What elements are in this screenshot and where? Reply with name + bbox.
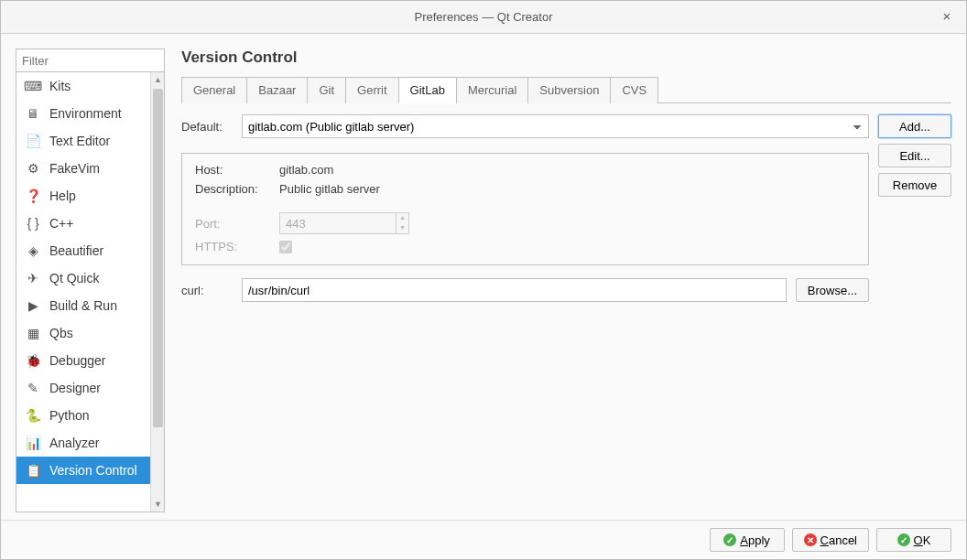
sidebar-item-label: C++ bbox=[49, 216, 73, 231]
tab-bazaar[interactable]: Bazaar bbox=[246, 77, 308, 103]
kits-icon: ⌨ bbox=[26, 79, 40, 93]
version-control-icon: 📋 bbox=[26, 463, 40, 478]
sidebar-item-qt-quick[interactable]: ✈Qt Quick bbox=[16, 264, 150, 292]
sidebar-item-label: Qt Quick bbox=[49, 271, 99, 285]
sidebar-item-help[interactable]: ❓Help bbox=[16, 182, 150, 210]
check-icon: ✓ bbox=[723, 533, 736, 546]
sidebar-item-label: Python bbox=[49, 408, 90, 423]
sidebar-item-build-run[interactable]: ▶Build & Run bbox=[16, 292, 150, 319]
spin-arrows-icon: ▲▼ bbox=[397, 212, 409, 234]
description-label: Description: bbox=[195, 182, 270, 196]
tab-subversion[interactable]: Subversion bbox=[527, 77, 611, 103]
tab-mercurial[interactable]: Mercurial bbox=[456, 77, 528, 103]
designer-icon: ✎ bbox=[26, 381, 40, 395]
sidebar-item-designer[interactable]: ✎Designer bbox=[16, 374, 150, 402]
check-icon: ✓ bbox=[897, 533, 910, 546]
https-checkbox bbox=[279, 241, 292, 253]
edit-button[interactable]: Edit... bbox=[878, 144, 951, 167]
tab-gerrit[interactable]: Gerrit bbox=[345, 77, 399, 103]
remove-button[interactable]: Remove bbox=[878, 173, 951, 197]
page-title: Version Control bbox=[181, 48, 951, 76]
build-run-icon: ▶ bbox=[26, 298, 40, 313]
server-details-group: Host: gitlab.com Description: Public git… bbox=[181, 153, 869, 265]
sidebar-item-label: FakeVim bbox=[49, 161, 100, 176]
fakevim-icon: ⚙ bbox=[26, 161, 40, 176]
add-button[interactable]: Add... bbox=[878, 114, 951, 138]
sidebar-item-environment[interactable]: 🖥Environment bbox=[16, 100, 150, 127]
scroll-thumb[interactable] bbox=[153, 89, 163, 427]
sidebar-item-kits[interactable]: ⌨Kits bbox=[16, 72, 150, 100]
dialog-footer: ✓ Apply ✕ Cancel ✓ OK bbox=[1, 520, 966, 559]
cancel-icon: ✕ bbox=[804, 533, 817, 546]
qt-quick-icon: ✈ bbox=[26, 271, 40, 285]
filter-input[interactable] bbox=[16, 48, 165, 72]
sidebar-item-label: Environment bbox=[49, 106, 122, 121]
qbs-icon: ▦ bbox=[26, 326, 40, 340]
tab-bar: GeneralBazaarGitGerritGitLabMercurialSub… bbox=[181, 76, 951, 103]
port-input bbox=[279, 212, 397, 234]
sidebar: ⌨Kits🖥Environment📄Text Editor⚙FakeVim❓He… bbox=[16, 48, 165, 512]
sidebar-item-label: Analyzer bbox=[49, 436, 99, 450]
help-icon: ❓ bbox=[26, 188, 40, 203]
tab-content-gitlab: Default: gitlab.com (Public gitlab serve… bbox=[181, 103, 951, 512]
default-label: Default: bbox=[181, 120, 233, 134]
sidebar-item-fakevim[interactable]: ⚙FakeVim bbox=[16, 155, 150, 182]
sidebar-item-c-[interactable]: { }C++ bbox=[16, 210, 150, 237]
scrollbar[interactable]: ▲ ▼ bbox=[150, 72, 164, 512]
debugger-icon: 🐞 bbox=[26, 353, 40, 368]
ok-button[interactable]: ✓ OK bbox=[876, 528, 951, 552]
curl-label: curl: bbox=[181, 284, 233, 297]
browse-button[interactable]: Browse... bbox=[796, 278, 869, 302]
sidebar-item-version-control[interactable]: 📋Version Control bbox=[16, 457, 150, 484]
python-icon: 🐍 bbox=[26, 408, 40, 423]
sidebar-item-python[interactable]: 🐍Python bbox=[16, 402, 150, 429]
cancel-button[interactable]: ✕ Cancel bbox=[792, 528, 869, 552]
sidebar-item-qbs[interactable]: ▦Qbs bbox=[16, 319, 150, 347]
sidebar-item-label: Beautifier bbox=[49, 243, 103, 258]
apply-button[interactable]: ✓ Apply bbox=[710, 528, 785, 552]
analyzer-icon: 📊 bbox=[26, 436, 40, 450]
sidebar-item-label: Designer bbox=[49, 381, 101, 395]
c--icon: { } bbox=[26, 216, 40, 231]
scroll-down-icon[interactable]: ▼ bbox=[151, 497, 165, 512]
tab-general[interactable]: General bbox=[181, 77, 247, 103]
default-server-select[interactable]: gitlab.com (Public gitlab server) bbox=[242, 114, 869, 138]
sidebar-item-label: Text Editor bbox=[49, 134, 110, 148]
description-value: Public gitlab server bbox=[279, 182, 855, 196]
titlebar: Preferences — Qt Creator × bbox=[1, 1, 966, 34]
preferences-window: Preferences — Qt Creator × ⌨Kits🖥Environ… bbox=[0, 0, 967, 560]
main-panel: Version Control GeneralBazaarGitGerritGi… bbox=[181, 48, 951, 512]
environment-icon: 🖥 bbox=[26, 106, 40, 121]
sidebar-item-debugger[interactable]: 🐞Debugger bbox=[16, 347, 150, 374]
beautifier-icon: ◈ bbox=[26, 243, 40, 258]
port-label: Port: bbox=[195, 217, 270, 231]
window-title: Preferences — Qt Creator bbox=[415, 10, 553, 24]
tab-git[interactable]: Git bbox=[307, 77, 346, 103]
text-editor-icon: 📄 bbox=[26, 134, 40, 148]
tab-cvs[interactable]: CVS bbox=[610, 77, 658, 103]
sidebar-item-analyzer[interactable]: 📊Analyzer bbox=[16, 429, 150, 457]
sidebar-item-label: Qbs bbox=[49, 326, 73, 340]
close-icon[interactable]: × bbox=[939, 8, 955, 25]
tab-gitlab[interactable]: GitLab bbox=[398, 77, 457, 103]
sidebar-item-label: Build & Run bbox=[49, 298, 117, 313]
sidebar-item-beautifier[interactable]: ◈Beautifier bbox=[16, 237, 150, 264]
host-value: gitlab.com bbox=[279, 163, 855, 177]
category-list: ⌨Kits🖥Environment📄Text Editor⚙FakeVim❓He… bbox=[16, 72, 150, 512]
curl-path-input[interactable] bbox=[242, 278, 787, 302]
https-label: HTTPS: bbox=[195, 240, 270, 253]
sidebar-item-label: Debugger bbox=[49, 353, 106, 368]
sidebar-item-label: Kits bbox=[49, 79, 71, 93]
sidebar-item-text-editor[interactable]: 📄Text Editor bbox=[16, 127, 150, 155]
scroll-up-icon[interactable]: ▲ bbox=[151, 72, 165, 87]
sidebar-item-label: Help bbox=[49, 188, 76, 203]
sidebar-item-label: Version Control bbox=[49, 463, 137, 478]
host-label: Host: bbox=[195, 163, 270, 177]
